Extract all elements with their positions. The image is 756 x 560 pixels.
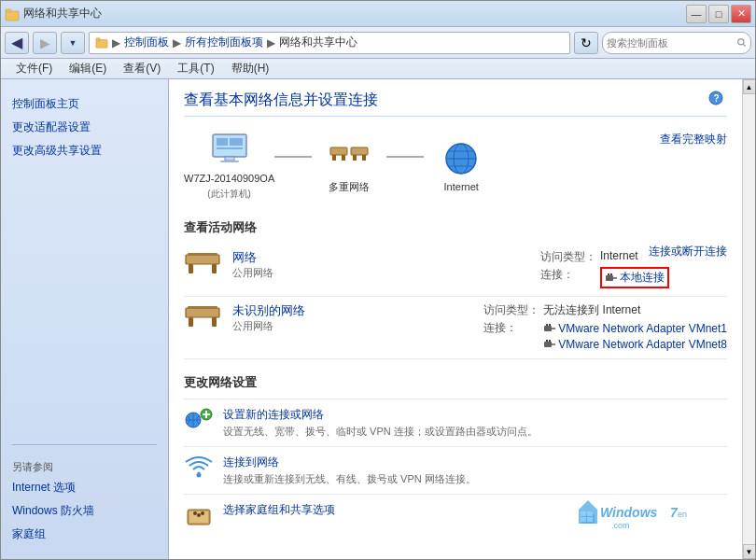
diagram-middle-label: 多重网络 [329,180,370,194]
view-full-map-link[interactable]: 查看完整映射 [660,132,727,147]
breadcrumb-sep-1: ▶ [112,36,120,49]
sidebar-item-firewall[interactable]: Windows 防火墙 [12,499,157,523]
sidebar: 控制面板主页 更改适配器设置 更改高级共享设置 另请参阅 Internet 选项… [1,79,169,559]
sidebar-item-internet-options[interactable]: Internet 选项 [12,476,157,499]
search-bar[interactable] [602,32,751,54]
svg-rect-26 [186,255,219,264]
access-type-value-2: 无法连接到 Internet [543,302,640,318]
sidebar-also-see-title: 另请参阅 [12,456,157,476]
svg-rect-12 [217,147,243,149]
page-title: 查看基本网络信息并设置连接 [184,91,727,117]
breadcrumb-control-panel[interactable]: 控制面板 [124,35,169,50]
network-info-1: 网络 公用网络 [232,249,529,280]
back-button[interactable]: ◀ [5,32,29,54]
svg-rect-60 [581,511,586,516]
svg-rect-43 [552,343,555,345]
network-access-type-1: 访问类型： Internet [540,249,727,265]
menu-edit[interactable]: 编辑(E) [62,59,114,78]
svg-rect-16 [332,155,336,161]
scroll-down-button[interactable]: ▼ [743,544,756,559]
access-type-label-1: 访问类型： [540,249,596,265]
help-icon[interactable]: ? [708,91,723,108]
network-bench-icon-2 [184,302,221,335]
sidebar-also-see: 另请参阅 Internet 选项 Windows 防火墙 家庭组 [1,453,168,550]
menu-help[interactable]: 帮助(H) [224,59,277,78]
scroll-up-button[interactable]: ▲ [743,79,756,94]
connection-label-2: 连接： [483,320,539,336]
vmnet8-link[interactable]: VMware Network Adapter VMnet8 [558,338,727,351]
breadcrumb-folder-icon [95,36,108,49]
win7-watermark: Windows 7 en .com [565,491,714,540]
svg-rect-34 [186,308,219,317]
vmnet8-connection: VMware Network Adapter VMnet8 [543,338,727,351]
diagram-computer: W7ZJ-20140909OA (此计算机) [184,132,274,201]
search-input[interactable] [607,37,735,49]
diagram-internet: Internet [424,140,498,192]
main-content: 控制面板主页 更改适配器设置 更改高级共享设置 另请参阅 Internet 选项… [1,79,755,559]
svg-rect-13 [225,157,234,161]
network-connection-2b: VMware Network Adapter VMnet8 [483,338,727,351]
recent-button[interactable]: ▼ [61,32,85,54]
svg-rect-2 [96,39,107,48]
svg-point-56 [201,511,204,515]
svg-rect-3 [96,37,100,40]
connection-plug-icon-3 [543,339,556,350]
window-title: 网络和共享中心 [23,6,102,21]
svg-rect-62 [581,517,586,522]
settings-icon-1 [184,407,214,433]
svg-rect-30 [606,275,613,281]
refresh-button[interactable]: ↻ [574,32,598,54]
settings-link-2[interactable]: 连接到网络 [223,455,727,470]
network-right-1: 访问类型： Internet 连接： [540,249,727,290]
forward-button[interactable]: ▶ [33,32,57,54]
svg-rect-32 [608,273,609,275]
svg-text:Windows: Windows [600,505,658,520]
breadcrumb-all-items[interactable]: 所有控制面板项 [185,35,263,50]
svg-rect-63 [587,517,593,522]
maximize-button[interactable]: □ [708,5,729,23]
diagram-line-1 [274,156,312,158]
sidebar-item-adapter[interactable]: 更改适配器设置 [12,116,157,139]
settings-desc-1: 设置无线、宽带、拨号、临时或 VPN 连接；或设置路由器或访问点。 [223,426,538,437]
settings-icon-2 [184,455,214,481]
close-button[interactable]: ✕ [731,5,751,23]
settings-text-2: 连接到网络 连接或重新连接到无线、有线、拨号或 VPN 网络连接。 [223,455,727,486]
svg-rect-0 [6,11,19,21]
network-bench-icon-1 [184,249,221,282]
local-connection-highlight: 本地连接 [600,267,669,288]
network-diagram-container: W7ZJ-20140909OA (此计算机) [184,132,727,201]
svg-text:.com: .com [611,521,630,530]
network-access-type-2: 访问类型： 无法连接到 Internet [483,302,727,318]
local-connection-link[interactable]: 本地连接 [620,270,665,286]
svg-rect-20 [362,155,366,161]
diagram-computer-label: W7ZJ-20140909OA [184,173,274,184]
svg-rect-15 [330,147,347,155]
svg-rect-44 [546,340,548,342]
menu-tools[interactable]: 工具(T) [170,59,221,78]
network-name-2[interactable]: 未识别的网络 [232,302,472,319]
svg-rect-36 [212,317,217,327]
settings-link-1[interactable]: 设置新的连接或网络 [223,407,727,423]
search-icon [737,37,747,49]
network-connection-2a: 连接： VMware Network Adapter VMnet1 [483,320,727,336]
active-networks-title: 查看活动网络 [184,219,727,236]
network-name-1[interactable]: 网络 [232,249,529,266]
sidebar-item-home[interactable]: 控制面板主页 [12,92,157,116]
sidebar-item-sharing[interactable]: 更改高级共享设置 [12,139,157,162]
minimize-button[interactable]: — [686,5,707,23]
svg-point-4 [738,38,744,44]
network-type-2: 公用网络 [232,319,472,333]
scrollbar[interactable]: ▲ ▼ [742,79,755,559]
breadcrumb-current: 网络和共享中心 [279,35,357,50]
breadcrumb-sep-3: ▶ [267,36,275,49]
network-right-2: 访问类型： 无法连接到 Internet 连接： [483,302,727,353]
sidebar-item-homegroup[interactable]: 家庭组 [12,523,157,546]
svg-point-57 [197,513,201,517]
network-connection-1: 连接： 本地连接 [540,267,727,288]
settings-icon-3 [184,502,214,528]
diagram-line-2 [386,156,424,158]
menu-view[interactable]: 查看(V) [116,59,168,78]
svg-point-52 [197,473,202,478]
menu-file[interactable]: 文件(F) [8,59,60,78]
vmnet1-link[interactable]: VMware Network Adapter VMnet1 [558,322,727,335]
